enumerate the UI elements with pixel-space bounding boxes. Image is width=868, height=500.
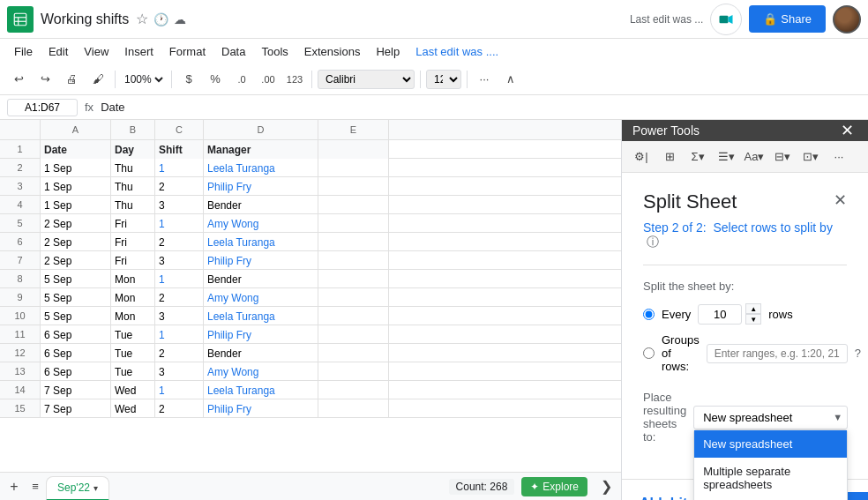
cell-3-5[interactable]	[318, 177, 389, 196]
cell-5-2[interactable]: Fri	[111, 214, 155, 233]
cell-6-1[interactable]: 2 Sep	[41, 233, 111, 251]
every-input[interactable]	[698, 304, 742, 325]
cell-3-1[interactable]: 1 Sep	[41, 177, 111, 196]
col-header-a[interactable]: A	[41, 120, 111, 139]
cell-7-1[interactable]: 2 Sep	[41, 251, 111, 270]
cell-11-3[interactable]: 1	[155, 325, 204, 344]
cell-12-3[interactable]: 2	[155, 344, 204, 362]
cell-2-1[interactable]: 1 Sep	[41, 159, 111, 177]
col-header-c[interactable]: C	[155, 120, 204, 139]
cell-8-1[interactable]: 5 Sep	[41, 270, 111, 288]
cell-15-5[interactable]	[318, 399, 389, 418]
cloud-icon[interactable]: ☁	[174, 12, 186, 26]
cell-4-5[interactable]	[318, 196, 389, 214]
share-button[interactable]: 🔒 Share	[749, 5, 826, 33]
cell-2-2[interactable]: Thu	[111, 159, 155, 177]
font-select[interactable]: Calibri	[318, 70, 415, 89]
cell-14-5[interactable]	[318, 381, 389, 399]
percent-button[interactable]: %	[204, 68, 227, 91]
menu-view[interactable]: View	[77, 42, 116, 61]
dropdown-item-new[interactable]: New spreadsheet	[694, 430, 847, 458]
cell-10-5[interactable]	[318, 307, 389, 325]
pt-tool-icon-2[interactable]: ⊞	[657, 145, 682, 169]
cell-2-3[interactable]: 1	[155, 159, 204, 177]
pt-tool-icon-7[interactable]: ⊡▾	[798, 145, 823, 169]
cell-12-4[interactable]: Bender	[204, 344, 318, 362]
cell-4-2[interactable]: Thu	[111, 196, 155, 214]
more-options-button[interactable]: ···	[473, 68, 496, 91]
cell-15-4[interactable]: Philip Fry	[204, 399, 318, 418]
col-header-e[interactable]: E	[318, 120, 389, 139]
menu-insert[interactable]: Insert	[117, 42, 161, 61]
info-icon[interactable]: ⓘ	[647, 235, 659, 249]
cell-14-2[interactable]: Wed	[111, 381, 155, 399]
menu-edit[interactable]: Edit	[41, 42, 75, 61]
pt-tool-icon-6[interactable]: ⊟▾	[770, 145, 795, 169]
help-icon[interactable]: ?	[855, 347, 861, 360]
sidebar-toggle-button[interactable]: ❯	[595, 475, 617, 498]
menu-tools[interactable]: Tools	[254, 42, 295, 61]
cell-9-1[interactable]: 5 Sep	[41, 288, 111, 307]
explore-button[interactable]: ✦ Explore	[521, 477, 587, 496]
avatar[interactable]	[833, 5, 861, 34]
cell-3-3[interactable]: 2	[155, 177, 204, 196]
cell-7-5[interactable]	[318, 251, 389, 270]
cell-reference-input[interactable]: A1:D67	[7, 99, 78, 116]
cell-2-4[interactable]: Leela Turanga	[204, 159, 318, 177]
cell-10-4[interactable]: Leela Turanga	[204, 307, 318, 325]
spinner-up[interactable]: ▲	[745, 303, 761, 314]
cell-6-2[interactable]: Fri	[111, 233, 155, 251]
pt-tool-icon-3[interactable]: Σ▾	[685, 145, 710, 169]
paint-format-button[interactable]: 🖌	[86, 68, 109, 91]
cell-15-3[interactable]: 2	[155, 399, 204, 418]
place-select[interactable]: New spreadsheet Multiple separate spread…	[693, 406, 848, 429]
collapse-button[interactable]: ∧	[499, 68, 522, 91]
header-cell-shift[interactable]: Shift	[155, 140, 204, 159]
cell-10-1[interactable]: 5 Sep	[41, 307, 111, 325]
cell-3-2[interactable]: Thu	[111, 177, 155, 196]
cell-8-2[interactable]: Mon	[111, 270, 155, 288]
cell-10-2[interactable]: Mon	[111, 307, 155, 325]
currency-button[interactable]: $	[177, 68, 200, 91]
cell-3-4[interactable]: Philip Fry	[204, 177, 318, 196]
pt-tool-icon-1[interactable]: ⚙|	[629, 145, 654, 169]
format-num-button[interactable]: 123	[283, 68, 306, 91]
cell-14-4[interactable]: Leela Turanga	[204, 381, 318, 399]
dropdown-item-multiple[interactable]: Multiple separate spreadsheets	[694, 458, 847, 498]
menu-file[interactable]: File	[7, 42, 40, 61]
spinner-down[interactable]: ▼	[745, 314, 761, 325]
groups-radio[interactable]	[643, 347, 655, 359]
menu-format[interactable]: Format	[162, 42, 213, 61]
cell-8-3[interactable]: 1	[155, 270, 204, 288]
cell-13-3[interactable]: 3	[155, 362, 204, 381]
range-input[interactable]	[707, 344, 848, 363]
redo-button[interactable]: ↪	[34, 68, 56, 91]
cell-4-4[interactable]: Bender	[204, 196, 318, 214]
cell-14-3[interactable]: 1	[155, 381, 204, 399]
cell-7-2[interactable]: Fri	[111, 251, 155, 270]
formula-input[interactable]: Date	[101, 101, 861, 114]
cell-5-3[interactable]: 1	[155, 214, 204, 233]
pt-tool-icon-5[interactable]: Aa▾	[742, 145, 767, 169]
cell-2-5[interactable]	[318, 159, 389, 177]
cell-12-5[interactable]	[318, 344, 389, 362]
cell-7-3[interactable]: 3	[155, 251, 204, 270]
tab-expand-icon[interactable]: ▾	[94, 483, 98, 493]
cell-11-1[interactable]: 6 Sep	[41, 325, 111, 344]
active-sheet-tab[interactable]: Sep'22 ▾	[46, 476, 109, 501]
header-cell-e[interactable]	[318, 140, 389, 159]
header-cell-manager[interactable]: Manager	[204, 140, 318, 159]
col-header-b[interactable]: B	[111, 120, 155, 139]
cell-14-1[interactable]: 7 Sep	[41, 381, 111, 399]
cell-6-5[interactable]	[318, 233, 389, 251]
cell-4-3[interactable]: 3	[155, 196, 204, 214]
pt-close-button[interactable]: ✕	[836, 120, 857, 141]
dec0-button[interactable]: .0	[230, 68, 253, 91]
undo-button[interactable]: ↩	[7, 68, 30, 91]
header-cell-date[interactable]: Date	[41, 140, 111, 159]
cell-12-2[interactable]: Tue	[111, 344, 155, 362]
cell-13-4[interactable]: Amy Wong	[204, 362, 318, 381]
cell-15-1[interactable]: 7 Sep	[41, 399, 111, 418]
pt-tool-icon-4[interactable]: ☰▾	[714, 145, 738, 169]
cell-4-1[interactable]: 1 Sep	[41, 196, 111, 214]
